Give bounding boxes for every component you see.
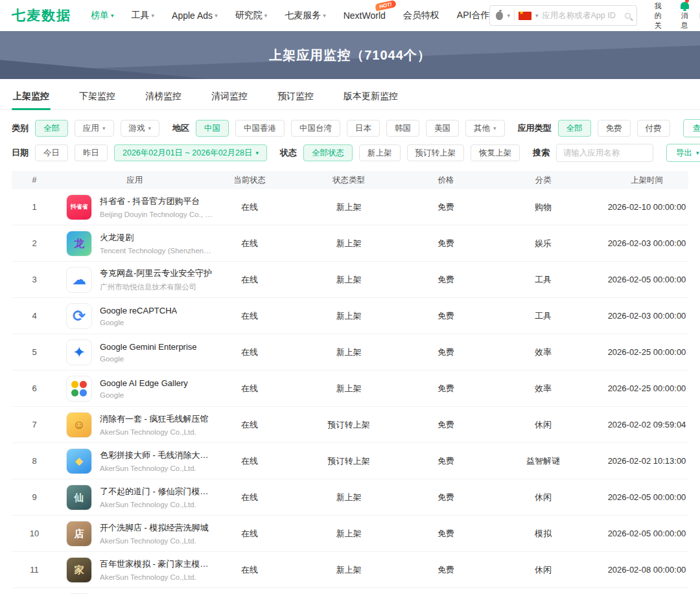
- tab-3[interactable]: 清榜监控: [144, 84, 183, 109]
- table-row[interactable]: 5 ✦ Google Gemini Enterprise Google 在线 新…: [12, 334, 688, 371]
- filter-chip[interactable]: 全部: [35, 120, 68, 137]
- nav-item-4[interactable]: 研究院▾: [235, 10, 268, 21]
- category: 休闲: [481, 564, 605, 576]
- current-status: 在线: [213, 492, 286, 503]
- column-header: 上架时间: [605, 175, 688, 186]
- china-flag-icon[interactable]: [519, 12, 531, 20]
- listed-time: 2026-02-10 00:00:00: [605, 202, 688, 212]
- app-meta: 开个洗脚店 - 模拟经营洗脚城 AkerSun Technology Co.,L…: [100, 522, 209, 545]
- filter-chip-label: 今日: [43, 148, 60, 159]
- view-trend-button[interactable]: 查看上架趋势: [683, 119, 700, 137]
- app-name[interactable]: 百年世家模拟 - 豪门家主模拟器: [100, 558, 213, 570]
- search-icon[interactable]: [625, 13, 631, 19]
- filter-chip[interactable]: 游戏▾: [121, 120, 160, 137]
- table-row[interactable]: 潜水员戴夫: [12, 588, 688, 594]
- nav-item-5[interactable]: 七麦服务▾: [285, 10, 326, 21]
- filter-chip[interactable]: 昨日: [75, 144, 108, 161]
- app-name[interactable]: 了不起的道门 - 修仙宗门模拟器: [100, 486, 213, 497]
- app-name[interactable]: Google AI Edge Gallery: [100, 378, 188, 388]
- filter-chip[interactable]: 韩国: [386, 120, 419, 137]
- filter-chip[interactable]: 2026年02月01日 ~ 2026年02月28日▾: [114, 144, 267, 161]
- row-index: 4: [12, 311, 57, 321]
- table-row[interactable]: 8 ◆ 色彩拼接大师 - 毛线消除大师 这活… AkerSun Technolo…: [12, 443, 688, 479]
- filter-chip[interactable]: 中国台湾: [291, 120, 340, 137]
- current-status: 在线: [213, 528, 286, 540]
- price: 免费: [411, 564, 481, 576]
- messages-button[interactable]: 消息: [681, 1, 689, 30]
- tab-5[interactable]: 预订监控: [276, 84, 315, 109]
- filter-chip[interactable]: 其他▾: [465, 120, 505, 137]
- region-chips: 中国中国香港中国台湾日本韩国美国其他▾: [196, 120, 505, 137]
- nav-item-7[interactable]: 会员特权: [403, 10, 439, 21]
- nav-item-3[interactable]: Apple Ads▾: [172, 10, 218, 21]
- qimai-logo[interactable]: 七麦数据: [12, 6, 71, 25]
- table-row[interactable]: 7 ☺ 消除有一套 - 疯狂毛线解压馆 AkerSun Technology C…: [12, 407, 688, 443]
- filter-chip[interactable]: 应用▾: [75, 120, 114, 137]
- filter-chip[interactable]: 中国香港: [235, 120, 285, 137]
- filter-chip[interactable]: 中国: [196, 120, 229, 137]
- filter-chip[interactable]: 全部: [558, 120, 591, 137]
- app-name[interactable]: Google Gemini Enterprise: [100, 342, 197, 352]
- apple-store-icon[interactable]: [496, 12, 503, 20]
- app-name[interactable]: Google reCAPTCHA: [100, 306, 177, 315]
- filter-chip-label: 2026年02月01日 ~ 2026年02月28日: [122, 148, 252, 159]
- nav-menu: 榜单▾工具▾Apple Ads▾研究院▾七麦服务▾NextWorldHOT!会员…: [91, 10, 489, 21]
- filter-chip-label: 付费: [646, 123, 662, 134]
- filter-chip[interactable]: 全部状态: [303, 144, 353, 161]
- nav-item-label: 七麦服务: [285, 10, 321, 21]
- nav-item-label: NextWorld: [344, 10, 386, 21]
- category: 工具: [481, 274, 605, 286]
- table-row[interactable]: 3 ☁ 夸克网盘-阿里云专业安全守护 广州市动悦信息技术有限公司 在线 新上架 …: [12, 262, 688, 298]
- nav-item-label: 工具: [132, 10, 150, 21]
- filter-chip-label: 游戏: [129, 123, 145, 134]
- status-type: 新上架: [286, 310, 411, 322]
- table-row[interactable]: 9 仙 了不起的道门 - 修仙宗门模拟器 AkerSun Technology …: [12, 479, 688, 516]
- filter-chip[interactable]: 今日: [35, 144, 68, 161]
- app-name[interactable]: 色彩拼接大师 - 毛线消除大师 这活…: [100, 450, 213, 461]
- app-name[interactable]: 消除有一套 - 疯狂毛线解压馆: [100, 413, 209, 425]
- filter-chip-label: 应用: [83, 123, 99, 134]
- export-button[interactable]: 导出 ▾: [666, 144, 700, 162]
- app-name[interactable]: 火龙漫剧: [100, 232, 213, 244]
- status-chips: 全部状态新上架预订转上架恢复上架: [303, 144, 520, 161]
- app-name[interactable]: 抖省省 - 抖音官方团购平台: [100, 196, 213, 207]
- tab-6[interactable]: 版本更新监控: [342, 84, 399, 109]
- table-row[interactable]: 10 店 开个洗脚店 - 模拟经营洗脚城 AkerSun Technology …: [12, 516, 688, 552]
- filter-chip-label: 中国: [204, 123, 220, 134]
- caret-down-icon: ▾: [148, 126, 152, 131]
- caret-down-icon: ▾: [323, 13, 326, 19]
- current-status: 在线: [213, 347, 286, 358]
- filter-chip[interactable]: 付费: [637, 120, 670, 137]
- listed-time: 2026-02-05 00:00:00: [605, 529, 688, 538]
- table-row[interactable]: 1 抖省省 抖省省 - 抖音官方团购平台 Beijing Douyin Tech…: [12, 189, 688, 225]
- table-row[interactable]: 4 ⟳ Google reCAPTCHA Google 在线 新上架 免费 工具…: [12, 298, 688, 334]
- app-meta: Google Gemini Enterprise Google: [100, 342, 197, 363]
- caret-down-icon[interactable]: ▾: [535, 13, 539, 19]
- caret-down-icon[interactable]: ▾: [507, 13, 510, 19]
- nav-item-8[interactable]: API合作: [457, 10, 490, 21]
- filter-chip[interactable]: 日本: [347, 120, 380, 137]
- table-row[interactable]: 11 家 百年世家模拟 - 豪门家主模拟器 AkerSun Technology…: [12, 552, 688, 588]
- nav-item-1[interactable]: 榜单▾: [91, 10, 114, 21]
- filter-chip[interactable]: 恢复上架: [471, 144, 520, 161]
- app-meta: Google AI Edge Gallery Google: [100, 378, 188, 399]
- table-row[interactable]: 6 Google AI Edge Gallery Google 在线 新上架 免…: [12, 371, 688, 407]
- filter-row-1: 类别 全部应用▾游戏▾ 地区 中国中国香港中国台湾日本韩国美国其他▾ 应用类型 …: [12, 119, 688, 137]
- google-recaptcha-app-icon: ⟳: [66, 303, 92, 329]
- filter-chip[interactable]: 美国: [426, 120, 459, 137]
- app-name-search-input[interactable]: [556, 144, 653, 162]
- app-name[interactable]: 夸克网盘-阿里云专业安全守护: [100, 268, 212, 279]
- tab-2[interactable]: 下架监控: [78, 84, 117, 109]
- filter-chip[interactable]: 预订转上架: [407, 144, 465, 161]
- nav-item-6[interactable]: NextWorldHOT!: [344, 10, 386, 21]
- status-type: 新上架: [286, 238, 411, 249]
- bell-icon: [681, 2, 689, 9]
- filter-chip[interactable]: 免费: [598, 120, 631, 137]
- tab-1[interactable]: 上架监控: [12, 84, 51, 109]
- nav-item-2[interactable]: 工具▾: [132, 10, 155, 21]
- app-name[interactable]: 开个洗脚店 - 模拟经营洗脚城: [100, 522, 209, 534]
- tab-4[interactable]: 清词监控: [210, 84, 249, 109]
- global-search-input[interactable]: [542, 11, 621, 20]
- table-row[interactable]: 2 龙 火龙漫剧 Tencent Technology (Shenzhen) C…: [12, 225, 688, 262]
- filter-chip[interactable]: 新上架: [359, 144, 401, 161]
